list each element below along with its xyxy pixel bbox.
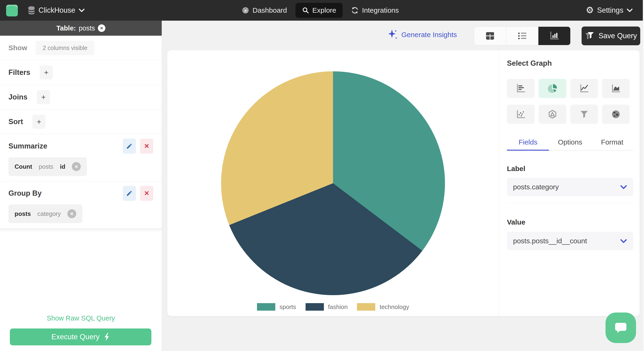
dashboard-gauge-icon	[242, 6, 249, 14]
table-name: posts	[78, 24, 95, 32]
app-root: ClickHouse Dashboard	[0, 0, 644, 351]
chevron-down-icon	[620, 239, 627, 243]
add-sort-button[interactable]: +	[32, 115, 46, 129]
edit-group-by-button[interactable]	[123, 186, 136, 201]
label-field-select[interactable]: posts.category	[507, 178, 633, 196]
save-query-button[interactable]: Save Query	[582, 26, 640, 45]
tab-format[interactable]: Format	[591, 135, 633, 150]
nav-label: Dashboard	[252, 6, 287, 14]
value-field-select[interactable]: posts.posts__id__count	[507, 232, 633, 250]
chevron-down-icon	[78, 8, 85, 12]
top-navbar: ClickHouse Dashboard	[0, 0, 644, 21]
chevron-down-icon	[627, 8, 633, 12]
bar-chart-icon	[516, 83, 526, 94]
view-mode-toggle	[474, 26, 570, 45]
table-view-button[interactable]	[474, 27, 506, 45]
legend-label: fashion	[328, 303, 348, 311]
generate-insights-label: Generate Insights	[401, 31, 457, 39]
edit-summarize-button[interactable]	[123, 139, 136, 154]
value-field-value: posts.posts__id__count	[513, 237, 587, 245]
remove-table-icon[interactable]	[98, 24, 106, 32]
filters-row: Filters +	[0, 60, 162, 85]
graph-type-scatter-button[interactable]	[507, 105, 535, 124]
scatter-plot-icon	[516, 109, 526, 120]
nav-label: Integrations	[362, 6, 399, 14]
settings-label: Settings	[597, 6, 623, 14]
funnel-icon	[585, 32, 595, 40]
polygon-chart-icon	[547, 109, 558, 120]
graph-type-bar-button[interactable]	[507, 79, 535, 98]
chat-widget-button[interactable]	[606, 312, 636, 343]
add-join-button[interactable]: +	[37, 90, 50, 104]
nav-item-integrations[interactable]: Integrations	[351, 6, 399, 14]
columns-visible-button[interactable]: 2 columns visible	[36, 41, 94, 55]
nav-item-dashboard[interactable]: Dashboard	[242, 6, 287, 14]
sparkle-icon	[387, 29, 398, 40]
funnel-chart-icon	[579, 109, 589, 120]
page-scrollbar[interactable]	[643, 0, 644, 351]
remove-summarize-chip-icon[interactable]	[72, 162, 81, 171]
legend-item[interactable]: technology	[357, 303, 409, 311]
database-selector[interactable]: ClickHouse	[28, 0, 85, 21]
graph-config-panel: Select Graph	[499, 50, 640, 316]
chip-table: posts	[39, 163, 53, 170]
execute-query-button[interactable]: Execute Query	[10, 328, 152, 345]
chip-column: id	[60, 163, 65, 170]
legend-swatch	[257, 303, 275, 311]
results-card: sportsfashiontechnology Select Graph	[167, 50, 640, 316]
show-raw-sql-link[interactable]: Show Raw SQL Query	[0, 314, 162, 322]
legend-item[interactable]: sports	[257, 303, 296, 311]
chip-aggregate: Count	[14, 163, 32, 170]
show-row: Show 2 columns visible	[0, 36, 162, 60]
chip-table: posts	[14, 210, 31, 218]
graph-type-line-button[interactable]	[570, 79, 598, 98]
generate-insights-button[interactable]: Generate Insights	[387, 29, 457, 40]
filters-label: Filters	[8, 68, 30, 77]
nav-item-explore[interactable]: Explore	[296, 3, 343, 18]
execute-query-label: Execute Query	[52, 333, 100, 341]
tab-fields[interactable]: Fields	[507, 135, 549, 150]
query-builder-sidebar: Table: posts Show 2 columns visible Filt…	[0, 21, 162, 351]
area-chart-icon	[611, 83, 621, 94]
tab-options[interactable]: Options	[549, 135, 591, 150]
legend-item[interactable]: fashion	[306, 303, 348, 311]
chip-column: category	[37, 210, 61, 218]
graph-type-map-button[interactable]	[602, 105, 630, 124]
pie-chart-icon	[547, 83, 558, 94]
select-graph-title: Select Graph	[507, 59, 552, 68]
delete-summarize-button[interactable]	[140, 139, 153, 154]
graph-type-area-button[interactable]	[602, 79, 630, 98]
delete-group-by-button[interactable]	[140, 186, 153, 201]
graph-type-polygon-button[interactable]	[538, 105, 566, 124]
list-view-icon	[517, 31, 528, 40]
list-view-button[interactable]	[506, 27, 538, 45]
remove-group-by-chip-icon[interactable]	[67, 209, 76, 218]
group-by-section: Group By posts category	[0, 181, 162, 228]
database-icon	[28, 6, 35, 15]
sort-label: Sort	[8, 118, 23, 126]
sidebar-content-end	[0, 228, 162, 232]
fields-divider	[507, 203, 633, 203]
app-logo[interactable]	[6, 5, 18, 16]
summarize-chip[interactable]: Count posts id	[8, 157, 87, 176]
table-view-icon	[485, 31, 496, 40]
pencil-icon	[126, 143, 132, 150]
pencil-icon	[126, 190, 132, 196]
legend-label: sports	[280, 303, 296, 311]
globe-icon	[611, 109, 621, 120]
line-chart-icon	[579, 83, 589, 94]
sort-row: Sort +	[0, 110, 162, 134]
graph-type-pie-button[interactable]	[538, 79, 566, 98]
search-icon	[302, 7, 309, 14]
group-by-chip[interactable]: posts category	[8, 204, 82, 223]
graph-type-funnel-button[interactable]	[570, 105, 598, 124]
group-by-label: Group By	[8, 189, 42, 198]
add-filter-button[interactable]: +	[40, 66, 53, 80]
pie-chart[interactable]	[221, 71, 445, 295]
chart-view-button[interactable]	[538, 27, 570, 45]
settings-menu[interactable]: Settings	[586, 0, 633, 21]
legend-swatch	[306, 303, 324, 311]
chat-bubble-icon	[614, 321, 628, 334]
graph-type-grid	[507, 79, 630, 124]
active-tab-indicator	[507, 150, 549, 151]
